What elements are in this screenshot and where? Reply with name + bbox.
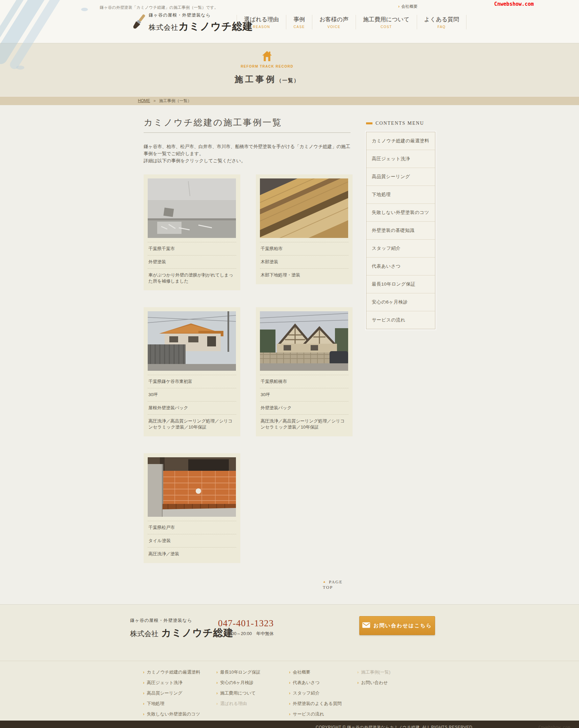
chevron-up-icon: ▲ bbox=[323, 580, 327, 583]
sidebar-item-greeting[interactable]: 代表あいさつ bbox=[366, 258, 435, 275]
footer-link[interactable]: ›お問い合わせ bbox=[357, 680, 390, 686]
sidebar-item-staff[interactable]: スタッフ紹介 bbox=[366, 240, 435, 258]
footer-link-label: 施工費用について bbox=[220, 690, 256, 696]
page-top-link[interactable]: ▲PAGE TOP bbox=[323, 579, 351, 590]
footer-link[interactable]: ›選ばれる理由 bbox=[216, 701, 261, 707]
contents-menu-title: CONTENTS MENU bbox=[376, 121, 424, 126]
footer: 鎌ヶ谷の屋根・外壁塗装なら 株式会社カミノウチ総建 047-401-1323 9… bbox=[0, 604, 579, 728]
footer-link-label: 選ばれる理由 bbox=[220, 701, 247, 706]
breadcrumb-bar: HOME»施工事例（一覧） bbox=[0, 96, 579, 105]
footer-link[interactable]: ›外壁塗装のよくある質問 bbox=[289, 701, 342, 707]
nav-label: 選ばれる理由 bbox=[244, 16, 279, 23]
footer-link-label: スタッフ紹介 bbox=[293, 690, 319, 696]
nav-item-reason[interactable]: 選ばれる理由 REASON bbox=[237, 15, 286, 29]
page-title-suffix: （一覧） bbox=[276, 78, 299, 83]
case-card-funabashi[interactable]: 千葉県船橋市 30坪 外壁塗装パック 高圧洗浄／高品質シーリング処理／シリコンセ… bbox=[256, 307, 353, 436]
arrow-right-icon: › bbox=[289, 670, 290, 675]
footer-link-label: 施工事例(一覧) bbox=[361, 670, 390, 675]
footer-link[interactable]: ›最長10年ロング保証 bbox=[216, 669, 261, 675]
sidebar-item-groundwork[interactable]: 下地処理 bbox=[366, 186, 435, 204]
footer-column-guarantee: ›最長10年ロング保証 ›安心の6ヶ月検診 ›施工費用について ›選ばれる理由 bbox=[216, 669, 261, 711]
footer-links: ›カミノウチ総建の厳選塗料 ›高圧ジェット洗浄 ›高品質シーリング ›下地処理 … bbox=[0, 661, 579, 721]
footer-link[interactable]: ›サービスの流れ bbox=[289, 711, 342, 717]
footer-link[interactable]: ›会社概要 bbox=[289, 669, 342, 675]
footer-link-label: 外壁塗装のよくある質問 bbox=[293, 701, 342, 706]
footer-link[interactable]: ›施工事例(一覧) bbox=[357, 669, 390, 675]
case-photo-wall-repair bbox=[148, 178, 236, 238]
house-icon bbox=[262, 50, 272, 63]
case-card-kamagaya[interactable]: 千葉県鎌ケ谷市東初富 30坪 屋根外壁塗装パック 高圧洗浄／高品質シーリング処理… bbox=[144, 307, 240, 436]
nav-item-case[interactable]: 事例 CASE bbox=[286, 15, 312, 29]
sidebar-item-jet-wash[interactable]: 高圧ジェット洗浄 bbox=[366, 150, 435, 168]
site-logo[interactable]: 鎌ヶ谷の屋根・外壁塗装なら 株式会社カミノウチ総建 bbox=[131, 12, 253, 33]
case-work: 外壁塗装 bbox=[148, 255, 236, 268]
arrow-right-icon: › bbox=[289, 701, 290, 706]
copyright-bar: COPYRIGHT © 鎌ヶ谷の外壁塗装ならカミノウチ総建. ALL RIGHT… bbox=[0, 721, 579, 728]
contents-menu-box: カミノウチ総建の厳選塗料 高圧ジェット洗浄 高品質シーリング 下地処理 失敗しな… bbox=[366, 132, 435, 329]
footer-phone-block: 047-401-1323 9:00～20:00 年中無休 bbox=[216, 618, 274, 637]
case-card-kashiwa[interactable]: 千葉県柏市 木部塗装 木部下地処理・塗装 bbox=[256, 174, 353, 284]
envelope-icon bbox=[362, 622, 370, 629]
case-location: 千葉県鎌ケ谷市東初富 bbox=[148, 375, 236, 388]
breadcrumb-home-link[interactable]: HOME bbox=[138, 98, 150, 103]
footer-link[interactable]: ›施工費用について bbox=[216, 690, 261, 696]
watermark-text-bottom: Cnwebshow.com bbox=[538, 721, 570, 728]
arrow-right-icon: › bbox=[216, 701, 218, 706]
footer-link[interactable]: ›カミノウチ総建の厳選塗料 bbox=[143, 669, 200, 675]
case-work: 屋根外壁塗装パック bbox=[148, 401, 236, 414]
footer-link-label: 下地処理 bbox=[147, 701, 164, 706]
arrow-right-icon: › bbox=[216, 680, 218, 685]
nav-label: お客様の声 bbox=[319, 16, 348, 23]
footer-link[interactable]: ›高品質シーリング bbox=[143, 690, 200, 696]
footer-link[interactable]: ›高圧ジェット洗浄 bbox=[143, 680, 200, 686]
case-card-matsudo[interactable]: 千葉県松戸市 タイル塗装 高圧洗浄／塗装 bbox=[144, 453, 240, 563]
footer-link[interactable]: ›代表あいさつ bbox=[289, 680, 342, 686]
sidebar-item-checkup[interactable]: 安心の6ヶ月検診 bbox=[366, 293, 435, 311]
nav-sublabel: REASON bbox=[244, 25, 279, 29]
nav-sublabel: COST bbox=[363, 25, 410, 29]
contents-menu: CONTENTS MENU カミノウチ総建の厳選塗料 高圧ジェット洗浄 高品質シ… bbox=[366, 121, 435, 329]
sidebar-item-basics[interactable]: 外壁塗装の基礎知識 bbox=[366, 222, 435, 240]
footer-link-label: 会社概要 bbox=[293, 670, 310, 675]
contact-button[interactable]: お問い合わせはこちら bbox=[359, 616, 435, 635]
case-list: 千葉県千葉市 外壁塗装 車がぶつかり外壁の塗膜が剥がれてしまった所を補修しました bbox=[144, 174, 351, 563]
intro-paragraph-2: 詳細は以下の事例をクリックしてご覧ください。 bbox=[144, 157, 351, 164]
phone-number: 047-401-1323 bbox=[216, 618, 274, 629]
footer-link[interactable]: ›失敗しない外壁塗装のコツ bbox=[143, 711, 200, 717]
company-overview-label: 会社概要 bbox=[401, 4, 417, 9]
footer-link[interactable]: ›スタッフ紹介 bbox=[289, 690, 342, 696]
arrow-right-icon: › bbox=[143, 711, 144, 717]
arrow-right-icon: › bbox=[357, 670, 359, 675]
footer-column-cases: ›施工事例(一覧) ›お問い合わせ bbox=[357, 669, 390, 690]
case-size: 30坪 bbox=[148, 388, 236, 401]
case-work: タイル塗装 bbox=[148, 534, 236, 547]
nav-item-cost[interactable]: 施工費用について COST bbox=[356, 15, 417, 29]
case-card-chiba[interactable]: 千葉県千葉市 外壁塗装 車がぶつかり外壁の塗膜が剥がれてしまった所を補修しました bbox=[144, 174, 240, 290]
case-work: 木部塗装 bbox=[260, 255, 348, 268]
arrow-right-icon: › bbox=[143, 690, 144, 696]
breadcrumb-current: 施工事例（一覧） bbox=[159, 98, 192, 103]
sidebar-item-service-flow[interactable]: サービスの流れ bbox=[366, 311, 435, 329]
sidebar-item-paint[interactable]: カミノウチ総建の厳選塗料 bbox=[366, 132, 435, 150]
footer-link-label: 高圧ジェット洗浄 bbox=[147, 680, 182, 685]
footer-link[interactable]: ›安心の6ヶ月検診 bbox=[216, 680, 261, 686]
sidebar-item-sealing[interactable]: 高品質シーリング bbox=[366, 168, 435, 186]
sidebar-item-warranty[interactable]: 最長10年ロング保証 bbox=[366, 275, 435, 293]
nav-item-voice[interactable]: お客様の声 VOICE bbox=[312, 15, 356, 29]
page-title-main: 施工事例 bbox=[235, 75, 276, 84]
watercolor-decoration bbox=[0, 0, 112, 81]
case-detail: 車がぶつかり外壁の塗膜が剥がれてしまった所を補修しました bbox=[148, 268, 236, 288]
contact-button-label: お問い合わせはこちら bbox=[373, 623, 432, 629]
nav-sublabel: VOICE bbox=[319, 25, 348, 29]
footer-link-label: 安心の6ヶ月検診 bbox=[220, 680, 254, 685]
nav-item-faq[interactable]: よくある質問 FAQ bbox=[417, 15, 467, 29]
paintbrush-icon bbox=[131, 13, 146, 33]
top-header: 鎌ヶ谷の外壁塗装「カミノウチ総建」の施工事例（一覧）です。 Cnwebshow.… bbox=[0, 0, 579, 43]
footer-link-label: お問い合わせ bbox=[361, 680, 388, 685]
footer-link[interactable]: ›下地処理 bbox=[143, 701, 200, 707]
company-overview-link[interactable]: ›会社概要 bbox=[398, 4, 417, 9]
nav-label: 施工費用について bbox=[363, 16, 410, 23]
sidebar-item-tips[interactable]: 失敗しない外壁塗装のコツ bbox=[366, 204, 435, 222]
arrow-right-icon: › bbox=[289, 711, 290, 717]
footer-link-label: 代表あいさつ bbox=[293, 680, 319, 685]
